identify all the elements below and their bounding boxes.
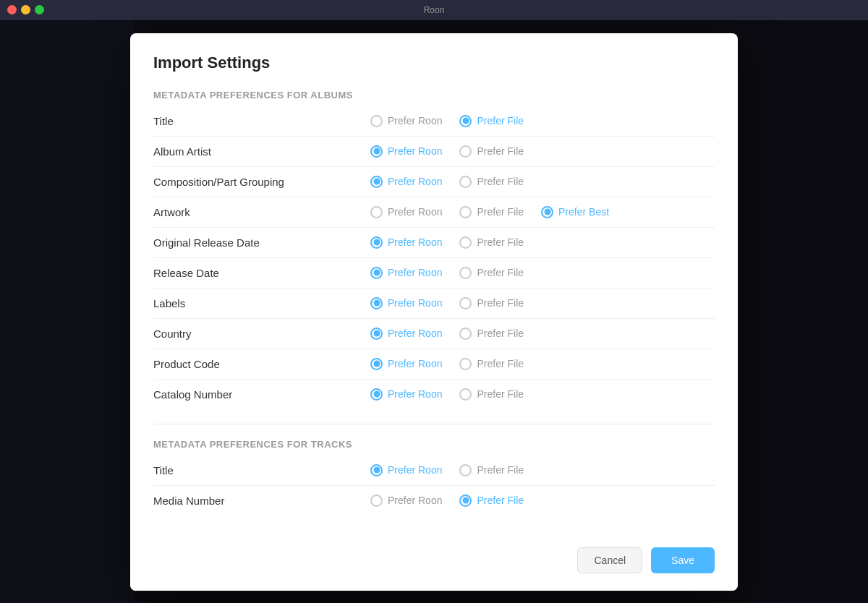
radio-label-labels-prefer_roon: Prefer Roon — [388, 297, 442, 309]
radio-option-composition_part_grouping-prefer_file[interactable]: Prefer File — [459, 176, 524, 188]
radio-option-catalog_number-prefer_file[interactable]: Prefer File — [459, 388, 524, 401]
radio-input-release_date-prefer_file[interactable] — [459, 267, 472, 279]
label-labels: Labels — [153, 297, 370, 309]
radio-option-product_code-prefer_roon[interactable]: Prefer Roon — [370, 358, 442, 370]
radio-input-title-prefer_roon[interactable] — [370, 115, 383, 127]
label-title: Title — [153, 115, 370, 127]
radio-input-artwork-prefer_best[interactable] — [541, 206, 553, 218]
radio-label-original_release_date-prefer_roon: Prefer Roon — [388, 236, 442, 248]
radio-group-original_release_date: Prefer RoonPrefer File — [370, 236, 524, 249]
radio-option-media_number-prefer_roon[interactable]: Prefer Roon — [370, 495, 442, 507]
radio-input-catalog_number-prefer_file[interactable] — [459, 388, 472, 401]
label-original_release_date: Original Release Date — [153, 236, 370, 249]
radio-label-track_title-prefer_roon: Prefer Roon — [388, 464, 442, 476]
radio-label-release_date-prefer_file: Prefer File — [477, 267, 524, 278]
row-labels: LabelsPrefer RoonPrefer File — [153, 288, 715, 319]
radio-input-product_code-prefer_file[interactable] — [459, 358, 472, 370]
radio-input-labels-prefer_file[interactable] — [459, 297, 472, 309]
radio-group-album_artist: Prefer RoonPrefer File — [370, 145, 524, 158]
radio-label-artwork-prefer_file: Prefer File — [477, 206, 524, 218]
label-country: Country — [153, 328, 370, 340]
radio-input-media_number-prefer_file[interactable] — [459, 495, 472, 507]
radio-group-media_number: Prefer RoonPrefer File — [370, 495, 524, 507]
traffic-lights — [7, 5, 44, 14]
radio-label-product_code-prefer_roon: Prefer Roon — [388, 358, 442, 369]
label-artwork: Artwork — [153, 206, 370, 218]
label-catalog_number: Catalog Number — [153, 388, 370, 401]
radio-option-track_title-prefer_roon[interactable]: Prefer Roon — [370, 464, 442, 476]
radio-option-catalog_number-prefer_roon[interactable]: Prefer Roon — [370, 388, 442, 401]
radio-input-title-prefer_file[interactable] — [459, 115, 472, 127]
radio-input-product_code-prefer_roon[interactable] — [370, 358, 383, 370]
label-media_number: Media Number — [153, 495, 370, 507]
radio-input-labels-prefer_roon[interactable] — [370, 297, 383, 309]
radio-option-media_number-prefer_file[interactable]: Prefer File — [459, 495, 524, 507]
radio-option-product_code-prefer_file[interactable]: Prefer File — [459, 358, 524, 370]
radio-option-album_artist-prefer_roon[interactable]: Prefer Roon — [370, 145, 442, 158]
radio-input-track_title-prefer_file[interactable] — [459, 464, 472, 476]
label-composition_part_grouping: Composition/Part Grouping — [153, 176, 370, 188]
row-media_number: Media NumberPrefer RoonPrefer File — [153, 486, 715, 516]
radio-option-composition_part_grouping-prefer_roon[interactable]: Prefer Roon — [370, 176, 442, 188]
radio-group-artwork: Prefer RoonPrefer FilePrefer Best — [370, 206, 609, 218]
radio-input-composition_part_grouping-prefer_file[interactable] — [459, 176, 472, 188]
row-country: CountryPrefer RoonPrefer File — [153, 319, 715, 349]
radio-option-title-prefer_file[interactable]: Prefer File — [459, 115, 524, 127]
radio-option-track_title-prefer_file[interactable]: Prefer File — [459, 464, 524, 476]
radio-option-original_release_date-prefer_roon[interactable]: Prefer Roon — [370, 236, 442, 249]
row-album_artist: Album ArtistPrefer RoonPrefer File — [153, 137, 715, 167]
tracks-section-title: Metadata preferences for tracks — [153, 439, 715, 450]
maximize-button[interactable] — [35, 5, 44, 14]
radio-group-track_title: Prefer RoonPrefer File — [370, 464, 524, 476]
radio-input-album_artist-prefer_roon[interactable] — [370, 145, 383, 158]
radio-group-title: Prefer RoonPrefer File — [370, 115, 524, 127]
radio-input-album_artist-prefer_file[interactable] — [459, 145, 472, 158]
radio-option-country-prefer_file[interactable]: Prefer File — [459, 328, 524, 340]
radio-option-artwork-prefer_file[interactable]: Prefer File — [459, 206, 524, 218]
albums-section-title: Metadata preferences for albums — [153, 90, 715, 100]
radio-label-album_artist-prefer_file: Prefer File — [477, 145, 524, 157]
radio-option-album_artist-prefer_file[interactable]: Prefer File — [459, 145, 524, 158]
radio-input-country-prefer_file[interactable] — [459, 328, 472, 340]
radio-input-catalog_number-prefer_roon[interactable] — [370, 388, 383, 401]
radio-label-title-prefer_file: Prefer File — [477, 115, 524, 127]
label-track_title: Title — [153, 464, 370, 476]
radio-input-original_release_date-prefer_roon[interactable] — [370, 236, 383, 249]
app-title: Roon — [424, 5, 445, 15]
radio-label-media_number-prefer_file: Prefer File — [477, 495, 524, 506]
radio-option-labels-prefer_file[interactable]: Prefer File — [459, 297, 524, 309]
cancel-button[interactable]: Cancel — [577, 547, 642, 573]
radio-input-composition_part_grouping-prefer_roon[interactable] — [370, 176, 383, 188]
modal-body: Import Settings Metadata preferences for… — [130, 33, 738, 536]
radio-option-artwork-prefer_roon[interactable]: Prefer Roon — [370, 206, 442, 218]
radio-option-release_date-prefer_file[interactable]: Prefer File — [459, 267, 524, 279]
radio-input-release_date-prefer_roon[interactable] — [370, 267, 383, 279]
radio-group-country: Prefer RoonPrefer File — [370, 328, 524, 340]
radio-option-country-prefer_roon[interactable]: Prefer Roon — [370, 328, 442, 340]
radio-input-track_title-prefer_roon[interactable] — [370, 464, 383, 476]
row-track_title: TitlePrefer RoonPrefer File — [153, 456, 715, 486]
radio-option-artwork-prefer_best[interactable]: Prefer Best — [541, 206, 609, 218]
radio-input-artwork-prefer_file[interactable] — [459, 206, 472, 218]
radio-label-album_artist-prefer_roon: Prefer Roon — [388, 145, 442, 157]
minimize-button[interactable] — [21, 5, 30, 14]
radio-label-composition_part_grouping-prefer_file: Prefer File — [477, 176, 524, 187]
radio-label-catalog_number-prefer_file: Prefer File — [477, 388, 524, 400]
radio-option-original_release_date-prefer_file[interactable]: Prefer File — [459, 236, 524, 249]
radio-label-title-prefer_roon: Prefer Roon — [388, 115, 442, 127]
row-catalog_number: Catalog NumberPrefer RoonPrefer File — [153, 380, 715, 409]
radio-input-original_release_date-prefer_file[interactable] — [459, 236, 472, 249]
radio-group-release_date: Prefer RoonPrefer File — [370, 267, 524, 279]
radio-option-title-prefer_roon[interactable]: Prefer Roon — [370, 115, 442, 127]
radio-group-composition_part_grouping: Prefer RoonPrefer File — [370, 176, 524, 188]
radio-input-media_number-prefer_roon[interactable] — [370, 495, 383, 507]
radio-input-artwork-prefer_roon[interactable] — [370, 206, 383, 218]
radio-input-country-prefer_roon[interactable] — [370, 328, 383, 340]
radio-option-release_date-prefer_roon[interactable]: Prefer Roon — [370, 267, 442, 279]
radio-option-labels-prefer_roon[interactable]: Prefer Roon — [370, 297, 442, 309]
import-settings-modal: Import Settings Metadata preferences for… — [130, 33, 738, 591]
radio-group-labels: Prefer RoonPrefer File — [370, 297, 524, 309]
row-composition_part_grouping: Composition/Part GroupingPrefer RoonPref… — [153, 167, 715, 197]
close-button[interactable] — [7, 5, 17, 14]
save-button[interactable]: Save — [651, 547, 715, 573]
